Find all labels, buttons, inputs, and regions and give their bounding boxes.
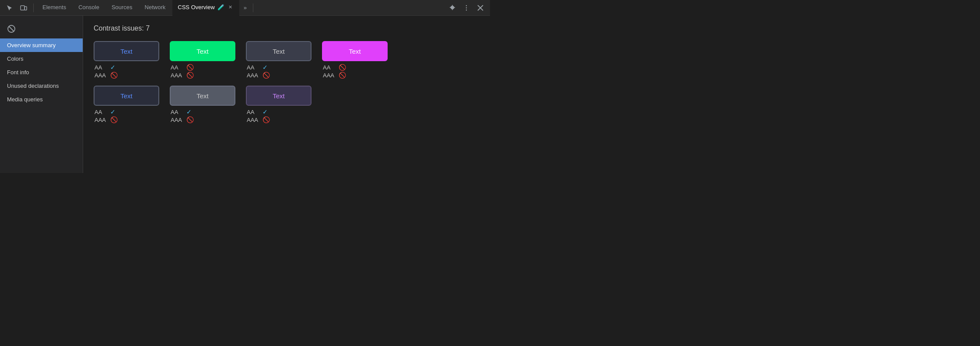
tab-bar-right-icons [446,2,486,14]
tab-elements[interactable]: Elements [37,0,71,16]
check-aaa-fail-1: 🚫 [110,72,118,79]
sidebar-item-font-info[interactable]: Font info [0,66,83,79]
check-aa-2: AA 🚫 [171,64,235,71]
check-aa-pass-3: ✓ [262,64,268,71]
check-aa-label-5: AA [94,109,107,115]
check-aa-pass-1: ✓ [110,64,116,71]
check-aaa-label-5: AAA [94,117,107,123]
contrast-checks-1: AA ✓ AAA 🚫 [94,64,159,79]
settings-icon[interactable] [446,2,458,14]
contrast-row-2: Text AA ✓ AAA 🚫 [94,86,480,123]
check-aa-label-3: AA [247,64,259,71]
check-aa-label-7: AA [247,109,259,115]
check-aaa-fail-3: 🚫 [262,72,270,79]
svg-point-3 [466,7,467,8]
contrast-box-2[interactable]: Text [170,41,235,61]
svg-rect-0 [21,6,24,10]
contrast-grid: Text AA ✓ AAA 🚫 [94,41,480,123]
check-aa-fail-2: 🚫 [186,64,194,71]
contrast-item-4: Text AA 🚫 AAA 🚫 [322,41,388,79]
check-aaa-1: AAA 🚫 [94,72,159,79]
check-aa-pass-6: ✓ [186,108,192,115]
tab-bar: Elements Console Sources Network CSS Ove… [0,0,490,16]
contrast-box-7[interactable]: Text [246,86,312,106]
tab-css-overview[interactable]: CSS Overview 🧪 ✕ [172,0,239,16]
contrast-box-1[interactable]: Text [94,41,159,61]
check-aa-label-4: AA [323,64,335,71]
contrast-item-1: Text AA ✓ AAA 🚫 [94,41,159,79]
check-aaa-5: AAA 🚫 [94,116,159,123]
check-aaa-3: AAA 🚫 [247,72,312,79]
contrast-box-6[interactable]: Text [170,86,235,106]
sidebar-item-unused-declarations[interactable]: Unused declarations [0,79,83,93]
svg-point-4 [466,9,467,10]
contrast-checks-6: AA ✓ AAA 🚫 [170,108,235,123]
check-aaa-label-7: AAA [247,117,259,123]
sidebar-item-overview-summary[interactable]: Overview summary [0,38,83,52]
tab-close-css-overview[interactable]: ✕ [227,4,234,11]
contrast-box-4[interactable]: Text [322,41,388,61]
contrast-checks-5: AA ✓ AAA 🚫 [94,108,159,123]
more-options-icon[interactable] [460,2,472,14]
check-aa-label-6: AA [171,109,183,115]
contrast-checks-2: AA 🚫 AAA 🚫 [170,64,235,79]
contrast-box-3[interactable]: Text [246,41,312,61]
contrast-item-2: Text AA 🚫 AAA 🚫 [170,41,235,79]
check-aaa-fail-5: 🚫 [110,116,118,123]
check-aa-label-2: AA [171,64,183,71]
check-aa-7: AA ✓ [247,108,312,115]
check-aa-fail-4: 🚫 [339,64,346,71]
contrast-checks-3: AA ✓ AAA 🚫 [246,64,312,79]
svg-line-8 [9,26,14,31]
check-aaa-fail-7: 🚫 [262,116,270,123]
main-layout: Overview summary Colors Font info Unused… [0,16,490,173]
check-aaa-7: AAA 🚫 [247,116,312,123]
check-aa-6: AA ✓ [171,108,235,115]
contrast-checks-4: AA 🚫 AAA 🚫 [322,64,388,79]
tab-console[interactable]: Console [73,0,105,16]
close-devtools-icon[interactable] [474,2,486,14]
check-aa-4: AA 🚫 [323,64,388,71]
device-toggle-icon[interactable] [18,2,30,14]
check-aaa-fail-6: 🚫 [186,116,194,123]
check-aaa-4: AAA 🚫 [323,72,388,79]
sidebar-item-media-queries[interactable]: Media queries [0,93,83,106]
tab-bar-separator-right [253,3,253,12]
check-aaa-fail-4: 🚫 [339,72,346,79]
check-aa-label-1: AA [94,64,107,71]
check-aaa-label-2: AAA [171,72,183,79]
contrast-row-1: Text AA ✓ AAA 🚫 [94,41,480,79]
contrast-item-3: Text AA ✓ AAA 🚫 [246,41,312,79]
no-icon[interactable] [4,21,19,37]
cursor-icon[interactable] [4,2,16,14]
tab-overflow[interactable]: » [241,4,249,11]
tab-network[interactable]: Network [140,0,171,16]
check-aaa-label-6: AAA [171,117,183,123]
contrast-item-5: Text AA ✓ AAA 🚫 [94,86,159,123]
check-aaa-label-3: AAA [247,72,259,79]
sidebar: Overview summary Colors Font info Unused… [0,16,83,173]
sidebar-item-colors[interactable]: Colors [0,52,83,66]
contrast-box-5[interactable]: Text [94,86,159,106]
check-aaa-fail-2: 🚫 [186,72,194,79]
contrast-checks-7: AA ✓ AAA 🚫 [246,108,312,123]
content-area: Contrast issues: 7 Text AA ✓ AAA [83,16,490,173]
check-aa-pass-5: ✓ [110,108,116,115]
check-aaa-label-1: AAA [94,72,107,79]
tab-bar-separator [33,3,34,12]
check-aa-5: AA ✓ [94,108,159,115]
contrast-item-6: Text AA ✓ AAA 🚫 [170,86,235,123]
check-aa-pass-7: ✓ [262,108,268,115]
contrast-item-7: Text AA ✓ AAA 🚫 [246,86,312,123]
svg-rect-1 [24,7,27,10]
svg-point-2 [466,5,467,6]
check-aaa-2: AAA 🚫 [171,72,235,79]
check-aa-3: AA ✓ [247,64,312,71]
check-aaa-6: AAA 🚫 [171,116,235,123]
check-aaa-label-4: AAA [323,72,335,79]
contrast-issues-title: Contrast issues: 7 [94,24,480,32]
tab-sources[interactable]: Sources [106,0,138,16]
check-aa-1: AA ✓ [94,64,159,71]
